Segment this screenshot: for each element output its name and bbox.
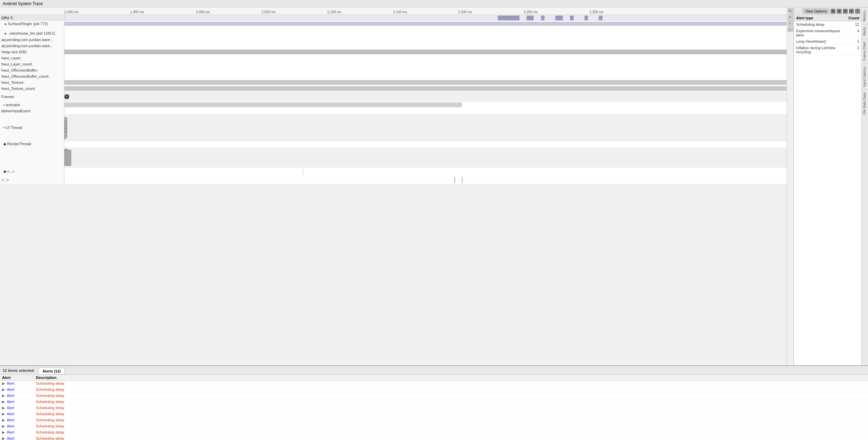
alert-list-row-10[interactable]: ▶ Alert Scheduling delay: [0, 436, 868, 440]
renderthread-label-row: ◆ RenderThread: [0, 141, 787, 147]
zoom-in-btn[interactable]: +: [788, 14, 793, 20]
main-content: 1,900 ms 1,950 ms 2,000 ms 2,050 ms 2,10…: [0, 7, 868, 365]
ruler-tick-1: 1,900 ms: [64, 10, 78, 14]
bottom-tabs: Alerts (12): [37, 366, 66, 375]
alert-row-1[interactable]: Scheduling delay 12: [794, 21, 861, 28]
renderthread-empty-label: [0, 147, 64, 168]
aq2-row: aq:pending:com.yunlian.ware...: [0, 43, 787, 49]
hwui-texture-track: [64, 79, 787, 85]
hwui-layer-row: hwui_Layer:: [0, 55, 787, 61]
warehouse-track: [64, 31, 787, 37]
renderthread-row: [0, 147, 787, 168]
side-tab-metrics[interactable]: Metrics: [862, 7, 868, 24]
app-container: Android System Trace 1,900 ms 1,950 ms 2…: [0, 0, 868, 440]
side-tab-alerts[interactable]: Alerts: [862, 24, 868, 39]
final-row: <...>: [0, 176, 787, 184]
fit-btn[interactable]: ↔: [788, 26, 793, 32]
aq1-label: aq:pending:com.yunlian.ware...: [0, 37, 64, 43]
alert-name-10: Alert: [7, 436, 36, 440]
hwui-osb-row: hwui_OffscreenBuffer:: [0, 67, 787, 73]
warehouse-label: ▸ ..warehouse_tes (pid 12811): [0, 31, 64, 37]
alert-count-4: 2: [842, 46, 859, 54]
sub-label: ◆ <...>: [0, 168, 64, 176]
alert-row-4[interactable]: Inflation during ListView recycling 2: [794, 45, 861, 55]
heap-row: Heap size (KB):: [0, 49, 787, 55]
ruler-tick-2: 1,950 ms: [130, 10, 144, 14]
alert-list-row-2[interactable]: ▶ Alert Scheduling delay: [0, 387, 868, 393]
alert-type-3: Long View#draw(): [796, 39, 842, 43]
scroll-controls: ↖ + − ↔: [787, 7, 793, 365]
timeline-spacer: [0, 7, 64, 15]
trace-panel: 1,900 ms 1,950 ms 2,000 ms 2,050 ms 2,10…: [0, 7, 787, 365]
timeline-ruler: 1,900 ms 1,950 ms 2,000 ms 2,050 ms 2,10…: [64, 7, 787, 15]
ruler-tick-8: 2,250 ms: [524, 10, 538, 14]
alert-desc-10: Scheduling delay: [36, 436, 866, 440]
alert-list-row-3[interactable]: ▶ Alert Scheduling delay: [0, 393, 868, 399]
alert-list-row-8[interactable]: ▶ Alert Scheduling delay: [0, 423, 868, 429]
side-tab-frame-chart[interactable]: Frame Chart: [862, 39, 868, 63]
alert-arrow-2: ▶: [2, 387, 7, 392]
alert-list-row-1[interactable]: ▶ Alert Scheduling delay: [0, 381, 868, 387]
deliver-row: deliverInputEvent: [0, 108, 787, 114]
hwui-layer-count-row: hwui_Layer_count:: [0, 61, 787, 67]
alert-count-3: 1: [842, 39, 859, 43]
right-panel: View Options ◆ ◆ ◆ ◆ ? Alert type Count …: [793, 7, 861, 365]
toolbar-icon-1[interactable]: ◆: [831, 9, 835, 14]
alerts-tab[interactable]: Alerts (12): [39, 368, 64, 374]
alert-arrow-10: ▶: [2, 436, 7, 440]
alert-list-row-5[interactable]: ▶ Alert Scheduling delay: [0, 405, 868, 411]
hwui-texture-count-track: [64, 85, 787, 92]
alert-desc-6: Scheduling delay: [36, 412, 866, 416]
cpu7-track: [64, 15, 787, 21]
zoom-out-btn[interactable]: −: [788, 20, 793, 26]
alert-list-row-6[interactable]: ▶ Alert Scheduling delay: [0, 411, 868, 417]
hwui-layer-count-label: hwui_Layer_count:: [0, 61, 64, 67]
alert-type-4: Inflation during ListView recycling: [796, 46, 842, 54]
alert-name-1: Alert: [7, 381, 36, 386]
alert-row-2[interactable]: Expensive measure/layout pass 4: [794, 28, 861, 38]
alert-type-1: Scheduling delay: [796, 22, 842, 26]
alert-count-2: 4: [842, 29, 859, 37]
toolbar-help[interactable]: ?: [855, 9, 860, 14]
trace-rows-area: CPU 7: ▸ SurfaceFlinger (pid 772): [0, 15, 787, 365]
ui-thread-section: • UI Thread: [0, 114, 787, 141]
hwui-texture-label: hwui_Texture:: [0, 79, 64, 85]
toolbar-icon-2[interactable]: ◆: [837, 9, 842, 14]
alert-arrow-9: ▶: [2, 430, 7, 435]
toolbar-icon-4[interactable]: ◆: [849, 9, 854, 14]
alert-count-1: 12: [842, 22, 859, 26]
alert-arrow-7: ▶: [2, 418, 7, 422]
alert-arrow-1: ▶: [2, 381, 7, 386]
alerts-header-count: Count: [842, 16, 859, 20]
animator-row: • animator: [0, 102, 787, 108]
side-tab-input-latency[interactable]: Input Latency: [862, 63, 868, 90]
alert-list-row-7[interactable]: ▶ Alert Scheduling delay: [0, 417, 868, 423]
sub-track: [64, 168, 787, 176]
side-tab-file-stats[interactable]: File Stats Data: [862, 90, 868, 118]
alerts-header-type: Alert type: [796, 16, 842, 20]
alert-name-2: Alert: [7, 387, 36, 392]
alert-list-row-4[interactable]: ▶ Alert Scheduling delay: [0, 399, 868, 405]
final-track: [64, 176, 787, 184]
deliver-track: [64, 108, 787, 114]
alert-row-3[interactable]: Long View#draw() 1: [794, 38, 861, 45]
cursor-btn[interactable]: ↖: [788, 8, 793, 14]
selected-info: 12 items selected.: [0, 367, 37, 374]
toolbar-icon-3[interactable]: ◆: [843, 9, 848, 14]
view-options-button[interactable]: View Options: [803, 8, 829, 14]
hwui-osb-label: hwui_OffscreenBuffer:: [0, 67, 64, 73]
frame-f10: f: [64, 94, 69, 99]
side-tabs: Metrics Alerts Frame Chart Input Latency…: [861, 7, 868, 365]
app-title: Android System Trace: [3, 1, 43, 6]
alert-desc-8: Scheduling delay: [36, 424, 866, 428]
alert-name-9: Alert: [7, 430, 36, 435]
alert-arrow-5: ▶: [2, 406, 7, 410]
alert-name-3: Alert: [7, 394, 36, 398]
alert-list-col-desc: Description: [36, 376, 866, 380]
alert-desc-5: Scheduling delay: [36, 406, 866, 410]
alert-list-row-9[interactable]: ▶ Alert Scheduling delay: [0, 429, 868, 436]
alert-desc-3: Scheduling delay: [36, 394, 866, 398]
frames-row: Frames f f f f f f f f f f f: [0, 92, 787, 102]
hwui-osb-count-row: hwui_OffscreenBuffer_count:: [0, 73, 787, 79]
hwui-layer-track: [64, 55, 787, 61]
